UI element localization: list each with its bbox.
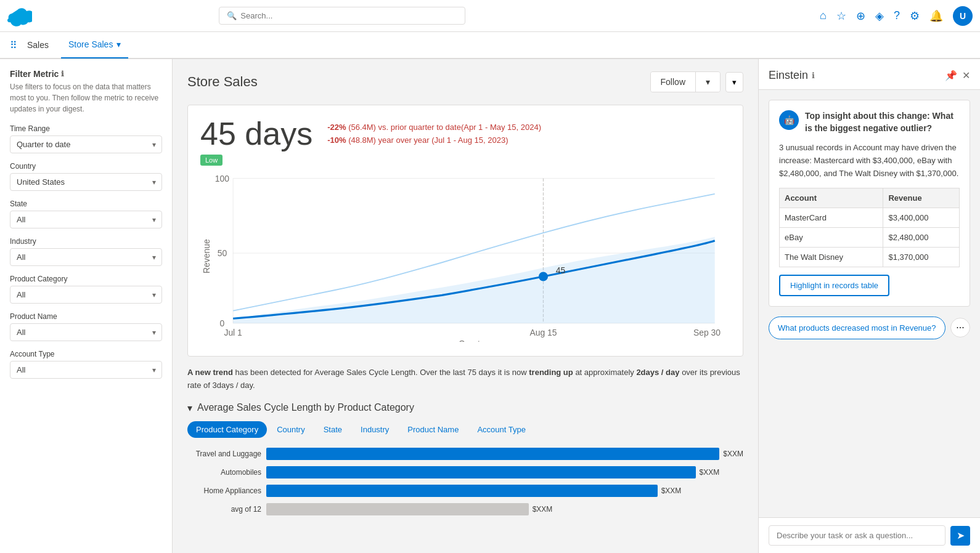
tab-country[interactable]: Country [268,421,314,438]
bot-icon: 🤖 [779,110,799,130]
follow-dropdown-button[interactable]: ▾ [696,72,720,92]
suggestion-more-button[interactable]: ··· [950,318,970,337]
insight-card: 🤖 Top insight about this change: What is… [769,100,970,307]
einstein-nav-icon[interactable]: ◈ [875,9,884,23]
bar-value-auto: $XXM [700,468,720,477]
state-select[interactable]: All [10,211,162,228]
suggestion-row: What products decreased most in Revenue?… [769,317,970,339]
einstein-input[interactable] [769,525,945,546]
search-input[interactable] [240,11,457,20]
favorites-icon[interactable]: ☆ [836,9,846,23]
account-type-filter: Account Type All [10,350,162,379]
time-range-select[interactable]: Quarter to date [10,135,162,153]
svg-text:Quarter: Quarter [459,339,488,342]
tab-state[interactable]: State [315,421,351,438]
metric-badge: Low [200,155,223,166]
svg-text:Sep 30: Sep 30 [693,328,721,337]
account-type-label: Account Type [10,350,162,358]
country-select[interactable]: United States [10,173,162,191]
bar-avg [266,503,529,515]
filter-description: Use filters to focus on the data that ma… [10,81,162,115]
section-title-text: Average Sales Cycle Length by Product Ca… [197,402,414,413]
einstein-send-button[interactable]: ➤ [950,526,970,546]
product-name-label: Product Name [10,312,162,321]
metric-stats: -22% (56.4M) vs. prior quarter to date(A… [327,118,541,145]
filter-panel: Filter Metric ℹ Use filters to focus on … [0,59,173,553]
product-name-select[interactable]: All [10,323,162,341]
notifications-icon[interactable]: 🔔 [929,9,943,23]
einstein-title-text: Einstein [769,69,808,82]
chart-area: 100 50 0 [200,166,730,344]
salesforce-logo[interactable] [7,4,32,28]
stat-year-over-year: -10% (48.8M) year over year (Jul 1 - Aug… [327,135,541,145]
settings-icon[interactable]: ⚙ [910,9,920,23]
header-actions: Follow ▾ ▾ [650,71,743,92]
bar-travel [266,448,719,460]
trend-highlight: trending up [529,368,573,377]
time-range-filter: Time Range Quarter to date [10,124,162,153]
tab-product-name[interactable]: Product Name [399,421,467,438]
account-type-select[interactable]: All [10,361,162,379]
einstein-pin-button[interactable]: 📌 [945,70,957,81]
table-header-account: Account [780,188,883,208]
table-cell-account: The Walt Disney [780,247,883,267]
suggestion-button[interactable]: What products decreased most in Revenue? [769,317,945,339]
top-navigation: 🔍 ⌂ ☆ ⊕ ◈ ? ⚙ 🔔 U [0,0,980,32]
send-icon: ➤ [957,530,965,541]
search-container: 🔍 [219,7,465,25]
app-name[interactable]: Sales [27,40,49,50]
tab-industry[interactable]: Industry [352,421,398,438]
bar-auto [266,466,696,478]
help-icon[interactable]: ? [894,9,900,22]
country-filter: Country United States [10,162,162,191]
follow-chevron-icon: ▾ [706,77,710,87]
center-panel: Store Sales Follow ▾ ▾ 45 days Low [173,59,758,553]
einstein-body: 🤖 Top insight about this change: What is… [759,90,980,517]
bar-value-travel: $XXM [723,450,743,458]
add-icon[interactable]: ⊕ [856,9,865,23]
grid-icon[interactable]: ⠿ [10,39,17,51]
bar-label-avg: avg of 12 [187,505,261,514]
follow-button[interactable]: Follow [651,72,696,92]
store-sales-tab[interactable]: Store Sales ▾ [61,31,128,59]
bar-label-auto: Automobiles [187,468,261,477]
product-name-filter: Product Name All [10,312,162,341]
product-category-label: Product Category [10,275,162,283]
bar-label-travel: Travel and Luggage [187,450,261,458]
stat1-percent: -22% [327,123,346,132]
highlight-records-button[interactable]: Highlight in records table [779,275,889,296]
tab-account-type[interactable]: Account Type [468,421,534,438]
home-icon[interactable]: ⌂ [820,9,827,22]
state-label: State [10,200,162,208]
bar-row-auto: Automobiles $XXM [187,466,743,478]
action-dropdown-button[interactable]: ▾ [725,72,743,92]
metric-value: 45 days [200,118,312,150]
filter-info-icon[interactable]: ℹ [61,70,64,78]
einstein-actions: 📌 ✕ [945,70,970,81]
einstein-input-row: ➤ [759,517,980,553]
section-title[interactable]: ▾ Average Sales Cycle Length by Product … [187,402,743,414]
bar-row-travel: Travel and Luggage $XXM [187,448,743,460]
svg-text:Revenue: Revenue [202,239,211,273]
stat1-detail: (56.4M) vs. prior quarter to date(Apr 1 … [348,123,541,132]
svg-text:45: 45 [556,265,566,275]
page-header: Store Sales Follow ▾ ▾ [187,71,743,92]
tab-product-category[interactable]: Product Category [187,421,267,438]
follow-button-group: Follow ▾ [650,71,721,92]
industry-label: Industry [10,237,162,246]
einstein-info-icon[interactable]: ℹ [812,71,815,80]
table-cell-revenue: $2,480,000 [883,227,960,247]
action-chevron-icon: ▾ [732,78,737,87]
avatar[interactable]: U [953,6,973,26]
trend-bold: 2days / day [636,368,679,377]
einstein-close-button[interactable]: ✕ [962,70,970,81]
table-row: eBay$2,480,000 [780,227,960,247]
industry-select[interactable]: All [10,248,162,266]
main-layout: Filter Metric ℹ Use filters to focus on … [0,59,980,553]
product-category-select[interactable]: All [10,286,162,304]
state-filter: State All [10,200,162,228]
table-header-revenue: Revenue [883,188,960,208]
trend-mid2: at approximately [575,368,636,377]
bar-row-home: Home Appliances $XXM [187,485,743,497]
bar-row-avg: avg of 12 $XXM [187,503,743,515]
